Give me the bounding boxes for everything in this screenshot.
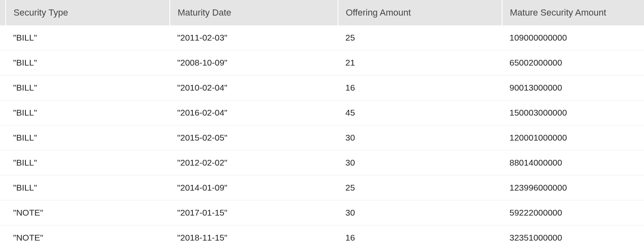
cell-mature-amount: 120001000000 <box>502 125 644 150</box>
cell-offering-amount: 30 <box>338 200 502 225</box>
row-sliver <box>0 175 6 200</box>
cell-security-type: "NOTE" <box>6 200 170 225</box>
cell-mature-amount: 109000000000 <box>502 25 644 50</box>
table-row: "BILL""2011-02-03"25109000000000 <box>0 25 644 50</box>
table-header-row: Security Type Maturity Date Offering Amo… <box>0 0 644 25</box>
cell-offering-amount: 25 <box>338 175 502 200</box>
col-header-offering-amount[interactable]: Offering Amount <box>338 0 502 25</box>
cell-mature-amount: 65002000000 <box>502 50 644 75</box>
cell-maturity-date: "2016-02-04" <box>170 100 338 125</box>
cell-security-type: "BILL" <box>6 125 170 150</box>
cell-offering-amount: 45 <box>338 100 502 125</box>
cell-mature-amount: 123996000000 <box>502 175 644 200</box>
table-row: "BILL""2008-10-09"2165002000000 <box>0 50 644 75</box>
cell-maturity-date: "2010-02-04" <box>170 75 338 100</box>
cell-maturity-date: "2017-01-15" <box>170 200 338 225</box>
row-sliver <box>0 25 6 50</box>
col-header-mature-amount[interactable]: Mature Security Amount <box>502 0 644 25</box>
row-sliver <box>0 50 6 75</box>
cell-security-type: "BILL" <box>6 175 170 200</box>
row-sliver <box>0 200 6 225</box>
cell-offering-amount: 16 <box>338 75 502 100</box>
cell-security-type: "BILL" <box>6 150 170 175</box>
cell-mature-amount: 150003000000 <box>502 100 644 125</box>
cell-mature-amount: 59222000000 <box>502 200 644 225</box>
cell-offering-amount: 30 <box>338 150 502 175</box>
table-row: "BILL""2012-02-02"3088014000000 <box>0 150 644 175</box>
cell-security-type: "BILL" <box>6 75 170 100</box>
cell-maturity-date: "2018-11-15" <box>170 225 338 250</box>
table-row: "NOTE""2018-11-15"1632351000000 <box>0 225 644 250</box>
table-row: "NOTE""2017-01-15"3059222000000 <box>0 200 644 225</box>
cell-maturity-date: "2012-02-02" <box>170 150 338 175</box>
cell-mature-amount: 88014000000 <box>502 150 644 175</box>
cell-offering-amount: 16 <box>338 225 502 250</box>
cell-offering-amount: 25 <box>338 25 502 50</box>
securities-table: Security Type Maturity Date Offering Amo… <box>0 0 644 250</box>
cell-maturity-date: "2008-10-09" <box>170 50 338 75</box>
table-row: "BILL""2010-02-04"1690013000000 <box>0 75 644 100</box>
row-sliver <box>0 125 6 150</box>
cell-security-type: "NOTE" <box>6 225 170 250</box>
table-row: "BILL""2014-01-09"25123996000000 <box>0 175 644 200</box>
cell-mature-amount: 90013000000 <box>502 75 644 100</box>
row-sliver <box>0 150 6 175</box>
col-header-maturity-date[interactable]: Maturity Date <box>170 0 338 25</box>
cell-offering-amount: 21 <box>338 50 502 75</box>
col-header-security-type[interactable]: Security Type <box>6 0 170 25</box>
row-sliver <box>0 225 6 250</box>
cell-mature-amount: 32351000000 <box>502 225 644 250</box>
header-sliver <box>0 0 6 25</box>
cell-security-type: "BILL" <box>6 50 170 75</box>
row-sliver <box>0 100 6 125</box>
row-sliver <box>0 75 6 100</box>
table-row: "BILL""2015-02-05"30120001000000 <box>0 125 644 150</box>
cell-security-type: "BILL" <box>6 25 170 50</box>
cell-maturity-date: "2015-02-05" <box>170 125 338 150</box>
table-row: "BILL""2016-02-04"45150003000000 <box>0 100 644 125</box>
cell-maturity-date: "2014-01-09" <box>170 175 338 200</box>
cell-security-type: "BILL" <box>6 100 170 125</box>
cell-maturity-date: "2011-02-03" <box>170 25 338 50</box>
cell-offering-amount: 30 <box>338 125 502 150</box>
